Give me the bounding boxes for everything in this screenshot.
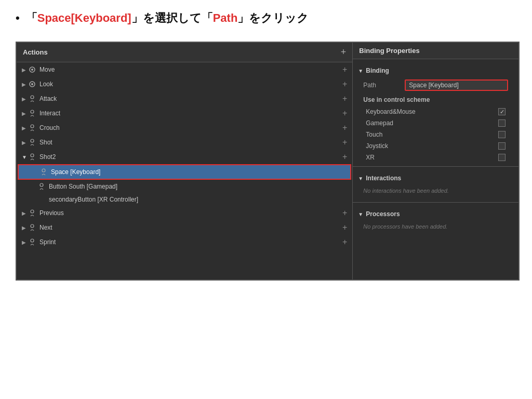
action-row-button-south[interactable]: Button South [Gamepad]	[17, 180, 352, 193]
action-row-move[interactable]: ▶ Move +	[17, 62, 352, 77]
action-label-shot2: Shot2	[39, 153, 342, 161]
expand-arrow-shot: ▶	[22, 140, 28, 145]
svg-point-12	[31, 224, 34, 228]
interactions-section: ▼ Interactions No interactions have been…	[353, 170, 518, 199]
interactions-arrow: ▼	[358, 176, 363, 181]
scheme-touch[interactable]: Touch	[353, 129, 518, 140]
divider-1	[353, 166, 518, 167]
expand-arrow-look: ▶	[22, 82, 28, 87]
scheme-gamepad-label: Gamepad	[366, 119, 498, 127]
binding-section-label: Binding	[366, 67, 389, 74]
interactions-empty-text: No interactions have been added.	[353, 184, 518, 197]
action-row-previous[interactable]: ▶ Previous +	[17, 206, 352, 220]
action-row-space-keyboard[interactable]: Space [Keyboard]	[19, 165, 350, 179]
page-container: • 「Space[Keyboard]」を選択して「Path」をクリック Acti…	[0, 0, 532, 399]
action-row-interact[interactable]: ▶ Interact +	[17, 106, 352, 121]
expand-arrow-next: ▶	[22, 225, 28, 231]
path-value[interactable]: Space [Keyboard]	[405, 79, 508, 91]
action-icon-shot2	[28, 153, 36, 161]
divider-2	[353, 202, 518, 203]
use-in-control-scheme-title: Use in control scheme	[353, 94, 518, 106]
scheme-keyboard-mouse-label: Keyboard&Mouse	[366, 108, 498, 115]
binding-section-arrow: ▼	[358, 68, 363, 74]
action-row-look[interactable]: ▶ Look +	[17, 77, 352, 91]
scheme-keyboard-mouse[interactable]: Keyboard&Mouse ✓	[353, 106, 518, 117]
action-icon-previous	[28, 209, 36, 217]
scheme-touch-label: Touch	[366, 131, 498, 138]
scheme-gamepad-checkbox[interactable]	[498, 119, 506, 127]
action-row-secondary-button[interactable]: secondaryButton [XR Controller]	[17, 193, 352, 206]
scheme-xr[interactable]: XR	[353, 152, 518, 163]
svg-point-1	[31, 69, 33, 71]
svg-point-9	[42, 169, 45, 172]
action-label-secondary-button: secondaryButton [XR Controller]	[49, 196, 347, 203]
scheme-xr-label: XR	[366, 154, 498, 161]
path-property-row: Path Space [Keyboard]	[353, 77, 518, 94]
action-plus-look[interactable]: +	[342, 79, 347, 89]
scheme-keyboard-mouse-checkbox[interactable]: ✓	[498, 108, 506, 115]
action-row-attack[interactable]: ▶ Attack +	[17, 91, 352, 106]
action-row-next[interactable]: ▶ Next +	[17, 220, 352, 235]
checkmark-keyboard-mouse: ✓	[500, 109, 504, 115]
editor-panel: Actions + ▶ Move +	[16, 42, 520, 281]
action-plus-attack[interactable]: +	[342, 94, 347, 103]
expand-arrow-shot2: ▼	[22, 154, 28, 160]
processors-section-header[interactable]: ▼ Processors	[353, 208, 518, 220]
action-icon-interact	[28, 109, 36, 117]
svg-point-4	[31, 96, 34, 99]
action-plus-interact[interactable]: +	[342, 109, 347, 118]
processors-empty-text: No processors have been added.	[353, 220, 518, 233]
action-plus-shot2[interactable]: +	[342, 152, 347, 162]
action-icon-move	[28, 65, 36, 74]
highlight-path: Path	[213, 11, 238, 24]
action-plus-sprint[interactable]: +	[342, 237, 347, 247]
action-label-button-south: Button South [Gamepad]	[49, 183, 347, 190]
action-label-attack: Attack	[39, 95, 342, 102]
expand-arrow-crouch: ▶	[22, 125, 28, 131]
binding-section-header[interactable]: ▼ Binding	[353, 64, 518, 77]
path-label: Path	[363, 82, 405, 89]
scheme-gamepad[interactable]: Gamepad	[353, 117, 518, 129]
bullet: •	[16, 11, 20, 25]
action-label-interact: Interact	[39, 110, 342, 117]
actions-list: ▶ Move + ▶	[17, 62, 352, 280]
svg-point-5	[31, 110, 34, 113]
scheme-touch-checkbox[interactable]	[498, 131, 506, 138]
svg-point-8	[31, 154, 34, 157]
action-icon-shot	[28, 138, 36, 147]
scheme-joystick[interactable]: Joystick	[353, 140, 518, 152]
action-plus-next[interactable]: +	[342, 223, 347, 232]
processors-arrow: ▼	[358, 211, 363, 217]
binding-panel-header: Binding Properties	[353, 43, 518, 59]
expand-arrow-move: ▶	[22, 67, 28, 73]
action-label-shot: Shot	[39, 139, 342, 146]
action-row-shot2[interactable]: ▼ Shot2 +	[17, 150, 352, 164]
action-row-sprint[interactable]: ▶ Sprint +	[17, 235, 352, 249]
action-plus-crouch[interactable]: +	[342, 123, 347, 132]
actions-add-button[interactable]: +	[341, 47, 347, 58]
action-label-crouch: Crouch	[39, 124, 342, 131]
action-label-next: Next	[39, 224, 342, 231]
action-row-crouch[interactable]: ▶ Crouch +	[17, 121, 352, 135]
svg-point-10	[40, 183, 43, 187]
action-plus-previous[interactable]: +	[342, 208, 347, 218]
expand-arrow-interact: ▶	[22, 111, 28, 116]
binding-content: ▼ Binding Path Space [Keyboard] Use in c…	[353, 59, 518, 280]
action-icon-button-south	[37, 182, 46, 191]
actions-title: Actions	[23, 48, 48, 56]
scheme-xr-checkbox[interactable]	[498, 154, 506, 161]
action-icon-attack	[28, 95, 36, 103]
processors-label: Processors	[366, 210, 400, 218]
interactions-label: Interactions	[366, 175, 401, 182]
interactions-section-header[interactable]: ▼ Interactions	[353, 172, 518, 184]
action-plus-move[interactable]: +	[342, 65, 347, 74]
instruction-line: • 「Space[Keyboard]」を選択して「Path」をクリック	[16, 10, 516, 26]
action-icon-sprint	[28, 238, 36, 246]
scheme-joystick-checkbox[interactable]	[498, 142, 506, 150]
action-plus-shot[interactable]: +	[342, 138, 347, 147]
action-row-shot[interactable]: ▶ Shot +	[17, 135, 352, 150]
svg-point-3	[31, 83, 33, 85]
action-icon-crouch	[28, 124, 36, 132]
binding-panel-title: Binding Properties	[359, 47, 419, 55]
svg-point-13	[31, 239, 34, 242]
